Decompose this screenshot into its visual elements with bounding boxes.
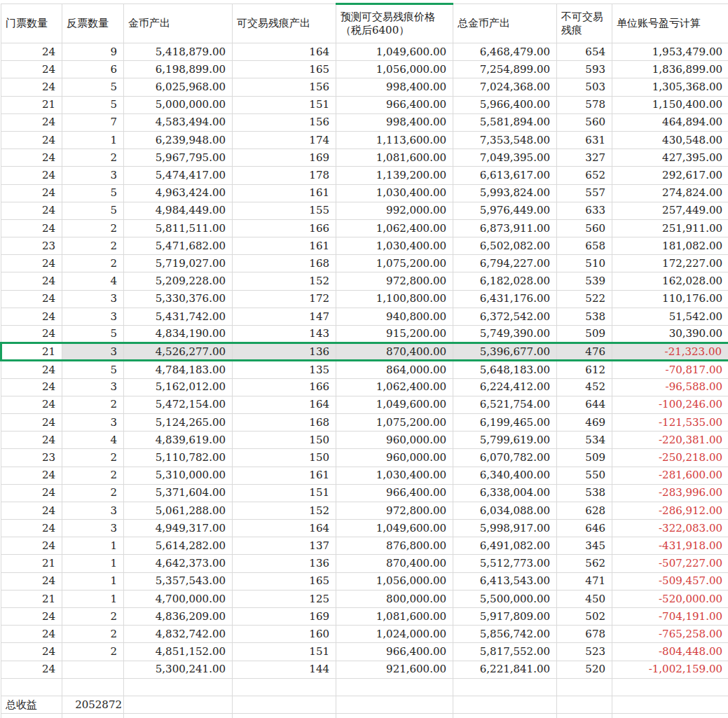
table-cell[interactable]: 161 <box>233 467 336 484</box>
table-cell[interactable]: -100,246.00 <box>612 396 728 413</box>
table-cell[interactable]: 1,049,600.00 <box>336 520 453 537</box>
table-cell[interactable]: 5,472,154.00 <box>124 396 233 413</box>
table-cell[interactable]: 1 <box>62 555 124 572</box>
table-cell[interactable]: 5 <box>62 202 124 219</box>
table-cell[interactable]: -220,381.00 <box>612 432 728 449</box>
table-cell[interactable]: 4,984,449.00 <box>124 202 233 219</box>
empty-cell[interactable] <box>336 714 453 718</box>
table-cell[interactable]: 5,967,795.00 <box>124 149 233 167</box>
table-cell[interactable]: 2 <box>62 467 124 484</box>
table-cell[interactable]: 1,113,600.00 <box>336 131 453 149</box>
table-cell[interactable]: 5,330,376.00 <box>124 290 233 308</box>
table-cell[interactable]: 870,400.00 <box>336 343 453 361</box>
table-cell[interactable]: 181,082.00 <box>612 237 728 255</box>
table-cell[interactable]: 3 <box>62 290 124 308</box>
table-cell[interactable]: 1,139,200.00 <box>336 167 453 184</box>
table-cell[interactable]: 538 <box>557 308 612 325</box>
table-cell[interactable]: 652 <box>557 167 612 184</box>
table-cell[interactable]: 5,396,677.00 <box>453 343 557 361</box>
table-cell[interactable]: 550 <box>557 467 612 484</box>
table-cell[interactable]: 6,521,754.00 <box>453 396 557 413</box>
table-cell[interactable]: 150 <box>233 449 336 467</box>
table-cell[interactable]: 3 <box>62 308 124 325</box>
table-cell[interactable]: 612 <box>557 361 612 378</box>
table-cell[interactable]: 1,075,200.00 <box>336 413 453 431</box>
table-cell[interactable]: 534 <box>557 432 612 449</box>
table-cell[interactable]: 24 <box>1 396 62 413</box>
table-cell[interactable]: 5,124,265.00 <box>124 413 233 431</box>
table-cell[interactable]: 471 <box>557 572 612 590</box>
table-cell[interactable]: 509 <box>557 449 612 467</box>
table-cell[interactable]: 7,049,395.00 <box>453 149 557 167</box>
table-cell[interactable]: 4,832,742.00 <box>124 626 233 643</box>
table-cell[interactable]: 144 <box>233 661 336 678</box>
table-cell[interactable]: 562 <box>557 555 612 572</box>
table-cell[interactable]: 523 <box>557 643 612 661</box>
table-cell[interactable]: 21 <box>1 590 62 607</box>
table-cell[interactable]: 24 <box>1 219 62 237</box>
table-cell[interactable]: 292,617.00 <box>612 167 728 184</box>
table-cell[interactable]: 3 <box>62 413 124 431</box>
table-cell[interactable]: 876,800.00 <box>336 537 453 555</box>
table-cell[interactable]: 5,856,742.00 <box>453 626 557 643</box>
table-cell[interactable]: 6,182,028.00 <box>453 272 557 290</box>
table-cell[interactable]: 1,305,368.00 <box>612 78 728 96</box>
table-cell[interactable]: 155 <box>233 202 336 219</box>
table-cell[interactable]: 3 <box>62 520 124 537</box>
table-cell[interactable]: 1,081,600.00 <box>336 608 453 626</box>
table-cell[interactable]: 5 <box>62 96 124 113</box>
table-cell[interactable]: 1,030,400.00 <box>336 184 453 202</box>
table-cell[interactable]: 137 <box>233 537 336 555</box>
table-cell[interactable]: 6,413,543.00 <box>453 572 557 590</box>
table-cell[interactable]: -704,191.00 <box>612 608 728 626</box>
table-cell[interactable]: 870,400.00 <box>336 555 453 572</box>
table-cell[interactable]: 5,614,282.00 <box>124 537 233 555</box>
table-cell[interactable]: 24 <box>1 626 62 643</box>
table-cell[interactable]: -121,535.00 <box>612 413 728 431</box>
table-cell[interactable]: 166 <box>233 219 336 237</box>
table-cell[interactable]: 2 <box>62 219 124 237</box>
table-cell[interactable]: 24 <box>1 43 62 61</box>
empty-cell[interactable] <box>557 714 612 718</box>
table-cell[interactable]: 5,993,824.00 <box>453 184 557 202</box>
total-value[interactable]: 2052872 <box>62 696 124 713</box>
table-cell[interactable]: 24 <box>1 202 62 219</box>
table-cell[interactable]: 1 <box>62 537 124 555</box>
empty-cell[interactable] <box>336 696 453 713</box>
table-cell[interactable]: 538 <box>557 484 612 502</box>
table-cell[interactable]: 593 <box>557 61 612 78</box>
table-cell[interactable]: 6,873,911.00 <box>453 219 557 237</box>
table-cell[interactable]: 998,400.00 <box>336 78 453 96</box>
table-cell[interactable]: 24 <box>1 272 62 290</box>
table-cell[interactable]: 3 <box>62 378 124 396</box>
table-cell[interactable]: 452 <box>557 378 612 396</box>
table-cell[interactable]: 476 <box>557 343 612 361</box>
table-cell[interactable]: 6,502,082.00 <box>453 237 557 255</box>
table-cell[interactable]: 156 <box>233 113 336 131</box>
table-cell[interactable]: 161 <box>233 237 336 255</box>
table-cell[interactable]: 6,794,227.00 <box>453 255 557 272</box>
table-cell[interactable]: 5,209,228.00 <box>124 272 233 290</box>
table-cell[interactable]: -96,588.00 <box>612 378 728 396</box>
empty-cell[interactable] <box>124 678 233 696</box>
table-cell[interactable]: 6,431,176.00 <box>453 290 557 308</box>
empty-cell[interactable] <box>612 714 728 718</box>
table-cell[interactable]: -431,918.00 <box>612 537 728 555</box>
table-cell[interactable]: 5 <box>62 184 124 202</box>
table-cell[interactable]: 1,081,600.00 <box>336 149 453 167</box>
table-cell[interactable]: 24 <box>1 167 62 184</box>
table-cell[interactable]: 7,353,548.00 <box>453 131 557 149</box>
table-cell[interactable]: 136 <box>233 555 336 572</box>
empty-cell[interactable] <box>612 678 728 696</box>
table-cell[interactable]: 24 <box>1 61 62 78</box>
table-cell[interactable]: 24 <box>1 537 62 555</box>
table-cell[interactable]: 6,340,400.00 <box>453 467 557 484</box>
table-cell[interactable]: 3 <box>62 167 124 184</box>
table-cell[interactable]: 2 <box>62 608 124 626</box>
table-cell[interactable]: 5,749,390.00 <box>453 326 557 343</box>
table-cell[interactable]: 2 <box>62 149 124 167</box>
table-cell[interactable]: 152 <box>233 502 336 519</box>
empty-cell[interactable] <box>1 678 62 696</box>
table-cell[interactable] <box>62 661 124 678</box>
table-cell[interactable]: 469 <box>557 413 612 431</box>
